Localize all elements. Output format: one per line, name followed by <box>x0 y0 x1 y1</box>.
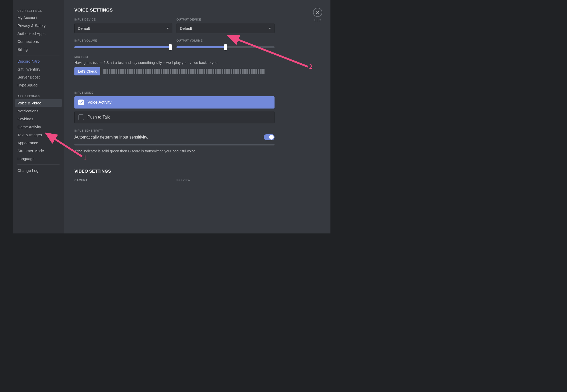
sidebar-item-hypesquad[interactable]: HypeSquad <box>15 81 62 89</box>
divider <box>74 161 275 161</box>
separator <box>17 55 60 55</box>
chevron-down-icon <box>269 28 271 29</box>
separator <box>17 164 60 165</box>
gutter <box>0 0 13 233</box>
input-device-label: INPUT DEVICE <box>74 18 172 21</box>
sidebar-item-keybinds[interactable]: Keybinds <box>15 115 62 123</box>
mic-test-help: Having mic issues? Start a test and say … <box>74 61 275 65</box>
sidebar-item-streamer-mode[interactable]: Streamer Mode <box>15 147 62 154</box>
close-button[interactable] <box>313 8 322 17</box>
preview-label: PREVIEW <box>177 179 275 182</box>
close-area: ESC <box>313 8 322 22</box>
video-settings-title: VIDEO SETTINGS <box>74 169 275 174</box>
output-device-value: Default <box>180 26 192 31</box>
chevron-down-icon <box>167 28 169 29</box>
slider-thumb[interactable] <box>169 44 172 50</box>
sidebar-heading-user: USER SETTINGS <box>15 8 62 14</box>
auto-sensitivity-toggle[interactable] <box>264 134 275 140</box>
sidebar-item-connections[interactable]: Connections <box>15 38 62 45</box>
slider-fill <box>177 46 226 48</box>
sidebar-item-server-boost[interactable]: Server Boost <box>15 73 62 81</box>
sidebar-item-game-activity[interactable]: Game Activity <box>15 123 62 131</box>
separator <box>17 91 60 91</box>
check-icon <box>79 101 83 104</box>
input-mode-label: INPUT MODE <box>74 91 275 94</box>
sidebar-item-language[interactable]: Language <box>15 155 62 162</box>
lets-check-button[interactable]: Let's Check <box>74 67 100 75</box>
output-volume-label: OUTPUT VOLUME <box>177 39 275 42</box>
input-volume-slider[interactable] <box>74 46 172 48</box>
sidebar-item-nitro[interactable]: Discord Nitro <box>15 57 62 65</box>
sensitivity-indicator <box>74 144 275 145</box>
output-volume-slider[interactable] <box>177 46 275 48</box>
checkbox-unchecked <box>78 114 84 120</box>
output-device-select[interactable]: Default <box>177 23 275 33</box>
checkbox-checked <box>78 100 84 105</box>
sidebar: USER SETTINGS My Account Privacy & Safet… <box>13 0 64 233</box>
sidebar-item-my-account[interactable]: My Account <box>15 14 62 21</box>
input-mode-push-to-talk[interactable]: Push to Talk <box>74 111 275 123</box>
sidebar-item-text-images[interactable]: Text & Images <box>15 131 62 139</box>
sidebar-item-authorized-apps[interactable]: Authorized Apps <box>15 30 62 37</box>
divider <box>74 83 275 83</box>
main-content: ESC VOICE SETTINGS INPUT DEVICE Default … <box>64 0 330 233</box>
input-volume-label: INPUT VOLUME <box>74 39 172 42</box>
camera-label: CAMERA <box>74 179 172 182</box>
close-icon <box>316 10 320 14</box>
input-device-select[interactable]: Default <box>74 23 172 33</box>
output-device-label: OUTPUT DEVICE <box>177 18 275 21</box>
radio-label: Push to Talk <box>87 115 110 120</box>
sidebar-item-billing[interactable]: Billing <box>15 46 62 53</box>
sidebar-item-change-log[interactable]: Change Log <box>15 167 62 174</box>
esc-label: ESC <box>313 18 322 22</box>
slider-thumb[interactable] <box>224 44 227 50</box>
sidebar-item-voice-video[interactable]: Voice & Video <box>15 99 62 107</box>
sidebar-item-gift[interactable]: Gift Inventory <box>15 65 62 73</box>
sensitivity-help: If the indicator is solid green then Dis… <box>74 149 275 153</box>
sidebar-item-privacy[interactable]: Privacy & Safety <box>15 22 62 29</box>
sidebar-item-appearance[interactable]: Appearance <box>15 139 62 146</box>
page-title: VOICE SETTINGS <box>74 8 275 13</box>
toggle-knob <box>269 135 274 140</box>
sidebar-item-notifications[interactable]: Notifications <box>15 107 62 115</box>
slider-fill <box>74 46 170 48</box>
input-device-value: Default <box>78 26 90 31</box>
input-sensitivity-label: INPUT SENSITIVITY <box>74 129 275 132</box>
auto-sensitivity-label: Automatically determine input sensitivit… <box>74 135 148 140</box>
radio-label: Voice Activity <box>87 100 111 105</box>
mic-test-label: MIC TEST <box>74 55 275 58</box>
input-mode-voice-activity[interactable]: Voice Activity <box>74 96 275 109</box>
sidebar-heading-app: APP SETTINGS <box>15 93 62 99</box>
mic-level-meter <box>103 69 275 74</box>
